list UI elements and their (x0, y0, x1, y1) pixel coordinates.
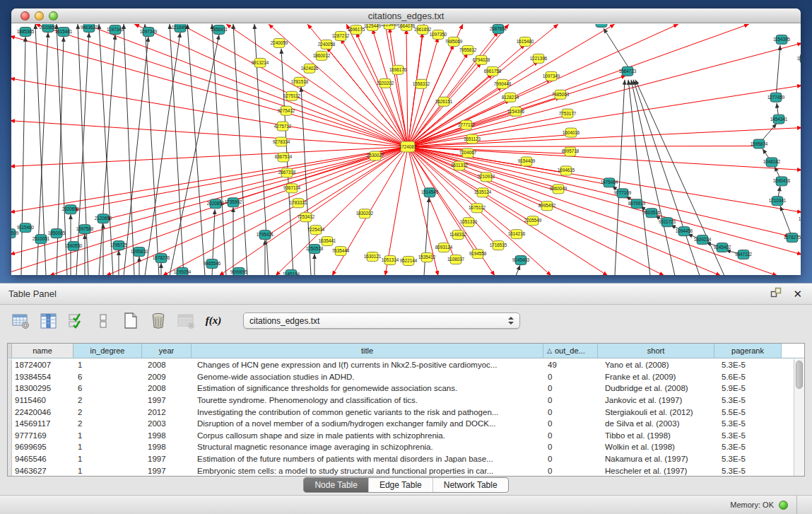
cell-in-degree[interactable]: 2 (73, 418, 142, 430)
window-titlebar[interactable]: citations_edges.txt (11, 8, 801, 23)
cell-short[interactable]: Franke et al. (2009) (598, 371, 714, 383)
network-canvas[interactable]: 1724087188536520206501615481946362711973… (11, 24, 801, 275)
table-row[interactable]: 18724007 1 2008 Changes of HCN gene expr… (8, 359, 793, 371)
cell-in-degree[interactable]: 6 (73, 382, 142, 395)
cell-short[interactable]: Tibbo et al. (1998) (598, 430, 714, 442)
cell-title[interactable]: Embryonic stem cells: a model to study s… (192, 465, 543, 476)
cell-year[interactable]: 2012 (142, 406, 192, 418)
cell-name[interactable]: 9699695 (12, 441, 73, 453)
cell-short[interactable]: Wolkin et al. (1998) (598, 441, 714, 453)
new-file-icon[interactable] (122, 312, 140, 330)
column-header-year[interactable]: year (142, 344, 192, 358)
table-row[interactable]: 9465546 1 1997 Estimation of the future … (8, 453, 793, 465)
zoom-button[interactable] (49, 11, 58, 21)
column-header-pagerank[interactable]: pagerank (714, 344, 782, 358)
table-row[interactable]: 9115460 2 1997 Tourette syndrome. Phenom… (8, 395, 793, 407)
cell-in-degree[interactable]: 6 (73, 371, 142, 383)
cell-title[interactable]: Structural magnetic resonance image aver… (192, 441, 543, 453)
cell-name[interactable]: 18724007 (12, 359, 73, 371)
cell-year[interactable]: 2003 (142, 418, 192, 430)
cell-title[interactable]: Estimation of significance thresholds fo… (192, 382, 543, 395)
minimize-button[interactable] (35, 11, 44, 21)
cell-pagerank[interactable]: 5.6E-5 (714, 371, 782, 383)
cell-pagerank[interactable]: 5.3E-5 (714, 418, 782, 430)
function-builder-icon[interactable]: f(x) (204, 312, 223, 330)
cell-pagerank[interactable]: 5.9E-5 (714, 382, 782, 395)
cell-name[interactable]: 9463627 (12, 465, 73, 476)
cell-in-degree[interactable]: 2 (73, 406, 142, 418)
cell-pagerank[interactable]: 5.3E-5 (714, 359, 782, 371)
cell-title[interactable]: Tourette syndrome. Phenomenology and cla… (192, 395, 543, 407)
cell-title[interactable]: Corpus callosum shape and size in male p… (192, 430, 543, 442)
cell-year[interactable]: 1998 (142, 430, 192, 442)
cell-in-degree[interactable]: 1 (73, 430, 142, 442)
table-row[interactable]: 18300295 6 2008 Estimation of significan… (8, 382, 793, 395)
cell-title[interactable]: Genome-wide association studies in ADHD. (192, 371, 543, 383)
cell-year[interactable]: 2008 (142, 359, 192, 371)
cell-title[interactable]: Investigating the contribution of common… (192, 406, 543, 418)
cell-short[interactable]: Jankovic et al. (1997) (598, 395, 714, 407)
vertical-scrollbar[interactable] (794, 359, 804, 476)
delete-rows-trash-icon[interactable] (149, 312, 167, 330)
cell-pagerank[interactable]: 5.3E-5 (714, 430, 782, 442)
table-row[interactable]: 22420046 2 2012 Investigating the contri… (8, 406, 793, 418)
cell-name[interactable]: 9465546 (12, 453, 73, 465)
cell-year[interactable]: 1997 (142, 465, 192, 476)
tab-network-table[interactable]: Network Table (433, 478, 508, 492)
cell-pagerank[interactable]: 5.3E-5 (714, 441, 782, 453)
close-button[interactable] (20, 11, 30, 21)
cell-year[interactable]: 1997 (142, 395, 192, 407)
cell-in-degree[interactable]: 1 (73, 359, 142, 371)
table-row[interactable]: 14569117 2 2003 Disruption of a novel me… (8, 418, 793, 430)
show-column-icon[interactable] (39, 312, 57, 330)
memory-status-indicator[interactable] (779, 501, 788, 510)
cell-short[interactable]: Nakamura et al. (1997) (598, 453, 714, 465)
row-height-icon[interactable] (94, 312, 112, 330)
tab-node-table[interactable]: Node Table (304, 478, 369, 492)
cell-short[interactable]: Stergiakouli et al. (2012) (598, 406, 714, 418)
cell-name[interactable]: 14569117 (12, 418, 73, 430)
scrollbar-thumb[interactable] (796, 361, 803, 389)
cell-out-degree[interactable]: 0 (543, 441, 598, 453)
table-row[interactable]: 9463627 1 1997 Embryonic stem cells: a m… (8, 465, 793, 476)
column-header-in-degree[interactable]: in_degree (73, 344, 142, 358)
column-header-out-degree[interactable]: △ out_de... (543, 344, 598, 358)
cell-name[interactable]: 18300295 (12, 382, 73, 395)
cell-in-degree[interactable]: 2 (73, 395, 142, 407)
cell-out-degree[interactable]: 0 (543, 453, 598, 465)
cell-out-degree[interactable]: 0 (543, 430, 598, 442)
network-canvas-container[interactable]: 1724087188536520206501615481946362711973… (11, 24, 801, 275)
cell-out-degree[interactable]: 0 (543, 418, 598, 430)
cell-out-degree[interactable]: 0 (543, 406, 598, 418)
float-panel-icon[interactable] (770, 287, 782, 300)
cell-name[interactable]: 9777169 (12, 430, 73, 442)
cell-pagerank[interactable]: 5.3E-5 (714, 395, 782, 407)
tab-edge-table[interactable]: Edge Table (369, 478, 433, 492)
column-header-title[interactable]: title (192, 344, 543, 358)
table-settings-icon[interactable] (11, 312, 30, 330)
cell-name[interactable]: 19384554 (12, 371, 73, 383)
cell-year[interactable]: 1998 (142, 441, 192, 453)
table-row[interactable]: 19384554 6 2009 Genome-wide association … (8, 371, 793, 383)
column-header-short[interactable]: short (598, 344, 714, 358)
cell-in-degree[interactable]: 1 (73, 465, 142, 476)
cell-out-degree[interactable]: 0 (543, 382, 598, 395)
cell-pagerank[interactable]: 5.5E-5 (714, 406, 782, 418)
cell-year[interactable]: 2009 (142, 371, 192, 383)
cell-short[interactable]: Yano et al. (2008) (598, 359, 714, 371)
network-view-window[interactable]: citations_edges.txt 17240871885365202065… (11, 8, 801, 275)
table-body[interactable]: 18724007 1 2008 Changes of HCN gene expr… (8, 359, 793, 476)
cell-year[interactable]: 1997 (142, 453, 192, 465)
table-source-select[interactable]: citations_edges.txt (243, 313, 520, 329)
cell-pagerank[interactable]: 5.3E-5 (714, 465, 782, 476)
column-header-name[interactable]: name (12, 344, 73, 358)
cell-out-degree[interactable]: 0 (543, 395, 598, 407)
cell-pagerank[interactable]: 5.3E-5 (714, 453, 782, 465)
close-panel-icon[interactable]: ✕ (793, 288, 802, 299)
select-all-icon[interactable] (66, 312, 85, 330)
cell-name[interactable]: 22420046 (12, 406, 73, 418)
cell-out-degree[interactable]: 0 (543, 465, 598, 476)
cell-out-degree[interactable]: 0 (543, 371, 598, 383)
cell-title[interactable]: Changes of HCN gene expression and I(f) … (192, 359, 543, 371)
cell-name[interactable]: 9115460 (12, 395, 73, 407)
